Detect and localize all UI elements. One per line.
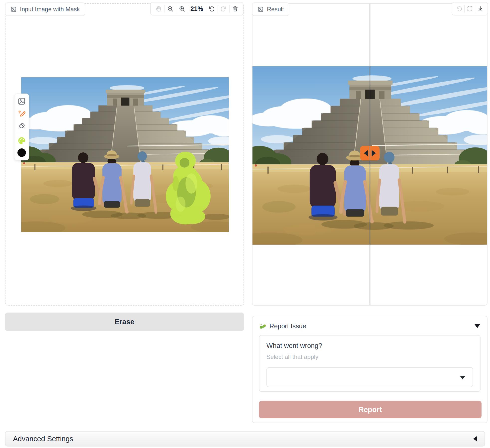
compare-slider-handle[interactable] — [360, 146, 380, 160]
black-circle-icon — [17, 148, 26, 157]
pan-hand-icon — [155, 5, 162, 12]
fullscreen-button[interactable] — [465, 3, 475, 14]
report-hint: Select all that apply — [266, 353, 473, 360]
input-panel-title: Input Image with Mask — [20, 6, 80, 13]
redo-icon — [220, 5, 227, 12]
slider-arrow-right-icon — [372, 150, 376, 156]
pan-hand-button[interactable] — [153, 3, 164, 14]
clear-canvas-button[interactable] — [230, 3, 241, 14]
input-photo-with-mask[interactable] — [21, 77, 229, 232]
accordion-collapse-icon — [473, 436, 477, 442]
image-layer-button[interactable] — [17, 97, 26, 106]
result-tab: Result — [252, 2, 289, 16]
redo-button[interactable] — [218, 3, 229, 14]
undo-icon — [456, 5, 463, 12]
result-panel-title: Result — [267, 6, 284, 13]
advanced-settings-accordion[interactable]: Advanced Settings — [5, 431, 485, 447]
report-question: What went wrong? — [266, 342, 473, 350]
zoom-in-icon — [179, 5, 185, 12]
input-canvas-toolbar: 21% — [150, 2, 244, 15]
zoom-in-button[interactable] — [176, 3, 188, 14]
report-issue-header[interactable]: Report Issue — [252, 316, 487, 335]
erase-button[interactable]: Erase — [5, 313, 244, 331]
download-icon — [477, 5, 484, 12]
trash-icon — [232, 5, 239, 12]
input-image-tab: Input Image with Mask — [5, 2, 85, 16]
fullscreen-icon — [467, 6, 473, 12]
image-placeholder-icon — [257, 6, 264, 12]
mask-color-palette-button[interactable] — [17, 136, 26, 145]
zoom-out-icon — [167, 5, 174, 12]
slider-arrow-left-icon — [364, 150, 368, 156]
black-color-swatch[interactable] — [17, 148, 26, 157]
issue-dropdown[interactable] — [266, 367, 473, 387]
eraser-icon — [17, 121, 26, 129]
image-placeholder-icon — [10, 6, 17, 12]
zoom-out-button[interactable] — [164, 3, 176, 14]
report-question-box: What went wrong? Select all that apply — [259, 335, 481, 392]
result-panel — [252, 3, 488, 306]
toolbar-separator — [14, 133, 29, 133]
collapse-caret-icon[interactable] — [475, 324, 480, 328]
report-issue-section: Report Issue What went wrong? Select all… — [252, 316, 488, 423]
advanced-settings-label: Advanced Settings — [13, 435, 73, 443]
palette-icon — [17, 136, 26, 145]
draw-pen-icon — [17, 109, 26, 117]
caterpillar-icon — [259, 323, 266, 330]
image-layer-icon — [17, 97, 26, 106]
draw-tools-toolbar — [14, 94, 29, 160]
report-issue-title: Report Issue — [269, 322, 472, 330]
reset-view-button[interactable] — [454, 3, 464, 14]
undo-icon — [208, 5, 215, 12]
dropdown-caret-icon — [460, 376, 465, 379]
zoom-level: 21% — [188, 5, 206, 12]
draw-pen-button[interactable] — [17, 109, 26, 117]
result-toolbar — [452, 2, 488, 15]
eraser-tool-button[interactable] — [17, 121, 26, 129]
download-button[interactable] — [475, 3, 486, 14]
undo-button[interactable] — [206, 3, 218, 14]
report-button[interactable]: Report — [259, 401, 482, 418]
